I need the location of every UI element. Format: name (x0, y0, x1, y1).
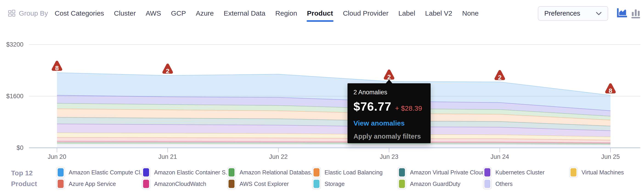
legend-item-aws-cost-explorer[interactable]: AWS Cost Explorer (227, 178, 289, 189)
bar-chart-icon[interactable] (631, 8, 641, 18)
legend-item-amazoncloudwatch[interactable]: AmazonCloudWatch (142, 178, 206, 189)
legend-swatch (483, 167, 492, 178)
tooltip-cost-value: $76.77 (354, 100, 391, 113)
chart-type-switcher (616, 8, 641, 18)
legend-label: Amazon Elastic Compute Cl... (69, 169, 145, 176)
tab-label-v2[interactable]: Label V2 (425, 0, 452, 26)
anomaly-marker-jun-21[interactable]: 2 (164, 65, 172, 75)
legend-swatch (398, 167, 406, 178)
x-axis-label: Jun 25 (601, 153, 620, 160)
apply-anomaly-filters-link[interactable]: Apply anomaly filters (354, 133, 425, 140)
anomaly-tooltip: 2 Anomalies $76.77 + $28.39 View anomali… (348, 83, 431, 143)
tab-external-data[interactable]: External Data (224, 0, 266, 26)
legend-label: Storage (324, 181, 345, 187)
legend-label: Virtual Machines (582, 169, 624, 176)
x-axis-label: Jun 23 (380, 153, 398, 160)
group-by-tabs: Cost CategoriesClusterAWSGCPAzureExterna… (55, 0, 479, 26)
anomaly-count: 2 (498, 74, 502, 81)
y-axis-label: $1600 (6, 93, 24, 100)
legend-label: Amazon Relational Databas... (240, 169, 316, 176)
y-axis-label: $0 (16, 144, 24, 151)
area-chart-icon[interactable] (616, 8, 627, 18)
grid-icon (8, 9, 16, 17)
legend-item-amazon-virtual-private-cloud[interactable]: Amazon Virtual Private Cloud (398, 167, 485, 178)
view-anomalies-link[interactable]: View anomalies (354, 119, 425, 127)
tab-product[interactable]: Product (307, 0, 333, 26)
tab-label[interactable]: Label (398, 0, 415, 26)
tooltip-value-row: $76.77 + $28.39 (354, 100, 425, 113)
legend-swatch-color (570, 168, 576, 177)
legend-swatch (56, 167, 65, 178)
legend-swatch (569, 167, 578, 178)
x-axis-label: Jun 24 (490, 153, 509, 160)
legend-label: Amazon Virtual Private Cloud (410, 169, 485, 176)
legend-label: AmazonCloudWatch (154, 181, 206, 187)
chart-legend: Amazon Elastic Compute Cl...Amazon Elast… (0, 161, 644, 196)
legend-swatch-color (143, 168, 149, 177)
y-axis-label: $3200 (6, 41, 24, 48)
legend-item-virtual-machines[interactable]: Virtual Machines (569, 167, 624, 178)
legend-label: Amazon GuardDuty (410, 181, 460, 187)
tab-aws[interactable]: AWS (146, 0, 161, 26)
header-bar: Group By Cost CategoriesClusterAWSGCPAzu… (0, 0, 644, 26)
legend-item-others[interactable]: Others (483, 178, 513, 189)
legend-swatch (227, 167, 236, 178)
legend-item-kubernetes-cluster[interactable]: Kubernetes Cluster (483, 167, 544, 178)
legend-item-elastic-load-balancing[interactable]: Elastic Load Balancing (312, 167, 383, 178)
legend-swatch-color (228, 180, 234, 188)
tab-region[interactable]: Region (276, 0, 297, 26)
tooltip-title: 2 Anomalies (354, 89, 425, 96)
x-axis-label: Jun 21 (158, 153, 177, 160)
legend-swatch (312, 167, 321, 178)
legend-label: Amazon Elastic Container S... (154, 169, 230, 176)
x-axis-label: Jun 22 (269, 153, 288, 160)
legend-item-azure-app-service[interactable]: Azure App Service (56, 178, 116, 189)
legend-swatch (227, 178, 236, 189)
legend-label: Azure App Service (69, 181, 116, 187)
legend-swatch (312, 178, 321, 189)
legend-label: AWS Cost Explorer (240, 181, 289, 187)
preferences-dropdown[interactable]: Preferences (538, 6, 608, 21)
tab-none[interactable]: None (462, 0, 479, 26)
legend-swatch-color (314, 168, 320, 177)
legend-item-amazon-elastic-container-s[interactable]: Amazon Elastic Container S... (142, 167, 230, 178)
legend-label: Others (496, 181, 513, 187)
legend-item-storage[interactable]: Storage (312, 178, 345, 189)
legend-swatch (483, 178, 492, 189)
x-axis-label: Jun 20 (48, 153, 66, 160)
group-by: Group By (8, 0, 48, 26)
legend-swatch-color (399, 180, 405, 188)
tab-cloud-provider[interactable]: Cloud Provider (343, 0, 388, 26)
legend-swatch-color (58, 168, 64, 177)
anomaly-marker-jun-20[interactable]: 8 (53, 62, 61, 72)
tab-gcp[interactable]: GCP (171, 0, 186, 26)
legend-swatch-color (484, 180, 490, 188)
legend-swatch-color (399, 168, 405, 177)
legend-item-amazon-guardduty[interactable]: Amazon GuardDuty (398, 178, 460, 189)
chevron-down-icon (596, 12, 602, 15)
legend-swatch (142, 167, 150, 178)
preferences-label: Preferences (544, 10, 580, 17)
legend-swatch-color (484, 168, 490, 177)
legend-item-amazon-relational-databas[interactable]: Amazon Relational Databas... (227, 167, 316, 178)
legend-swatch-color (58, 180, 64, 188)
tab-cost-categories[interactable]: Cost Categories (55, 0, 104, 26)
legend-label: Elastic Load Balancing (324, 169, 383, 176)
group-by-label: Group By (19, 9, 48, 17)
legend-swatch (142, 178, 150, 189)
legend-label: Kubernetes Cluster (496, 169, 544, 176)
anomaly-marker-jun-25[interactable]: 8 (606, 85, 614, 94)
tab-azure[interactable]: Azure (196, 0, 214, 26)
tab-cluster[interactable]: Cluster (114, 0, 136, 26)
anomaly-marker-jun-24[interactable]: 2 (496, 71, 504, 81)
legend-swatch-color (314, 180, 320, 188)
anomaly-count: 8 (609, 87, 612, 94)
legend-swatch (56, 178, 65, 189)
legend-swatch-color (228, 168, 234, 177)
legend-item-amazon-elastic-compute-cl[interactable]: Amazon Elastic Compute Cl... (56, 167, 145, 178)
anomaly-count: 8 (55, 64, 59, 72)
anomaly-marker-jun-23[interactable]: 2 (385, 71, 393, 81)
anomaly-count: 2 (166, 67, 170, 75)
tooltip-cost-delta: + $28.39 (395, 104, 422, 112)
legend-swatch (398, 178, 406, 189)
